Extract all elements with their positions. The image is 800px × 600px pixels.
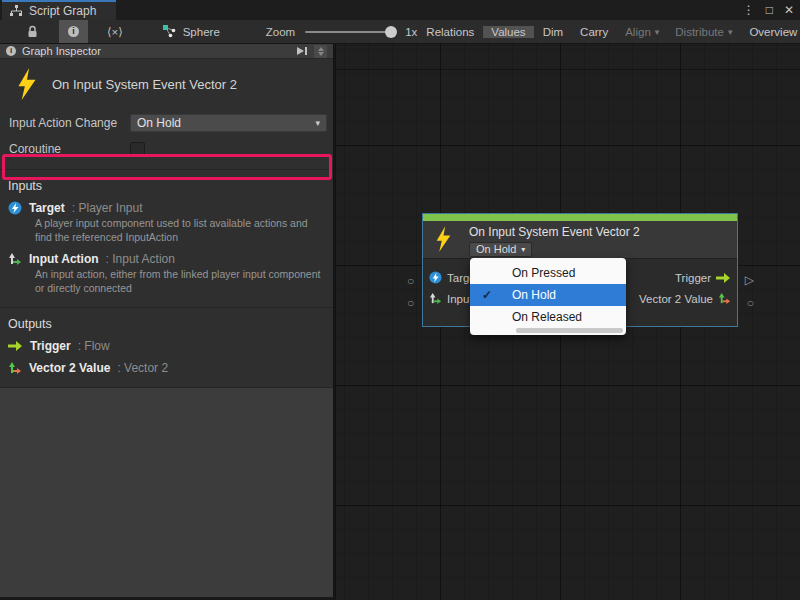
toolbar-button-align[interactable]: Align ▾ [617,26,667,38]
flow-arrow-icon [716,272,731,284]
port-connector-circle[interactable]: ○ [407,275,414,287]
panel-spinner-control[interactable] [314,45,327,58]
zoom-slider[interactable] [305,31,395,33]
port-connector-circle[interactable]: ○ [747,297,754,309]
chevron-down-icon: ▾ [728,27,733,37]
input-entry-input-action: Input Action : Input Action An input act… [0,250,333,301]
player-input-icon [8,201,22,215]
port-connector-triangle[interactable]: ▷ [745,274,754,286]
inspector-empty-area [0,387,333,597]
csharp-preview-button[interactable]: ⟨×⟩ [98,20,132,43]
inspector-node-title: On Input System Event Vector 2 [52,77,237,92]
zoom-slider-knob[interactable] [385,26,397,38]
input-entry-target: Target : Player Input A player input com… [0,199,333,250]
input-action-change-dropdown[interactable]: On Hold ▾ [130,114,327,132]
inspector-toggle-button[interactable]: i [59,20,88,43]
input-description: A player input component used to list av… [35,217,325,244]
coroutine-checkbox[interactable] [130,142,145,157]
output-entry-vector2: Vector 2 Value : Vector 2 [0,359,333,381]
input-action-change-label: Input Action Change [6,116,130,130]
lightning-bolt-icon [435,226,452,252]
input-description: An input action, either from the linked … [35,268,325,295]
window-controls: ⋮ □ ✕ [743,0,794,20]
vector2-icon [8,361,22,375]
menu-item-on-released[interactable]: On Released [470,306,626,328]
graph-toolbar: i ⟨×⟩ Sphere Zoom 1x Relations Values Di… [0,20,800,44]
menu-item-on-hold[interactable]: ✓ On Hold [470,284,626,306]
graph-inspector-panel: i Graph Inspector On Input System Event … [0,44,334,597]
toolbar-button-values[interactable]: Values [483,26,533,38]
lock-button[interactable] [18,20,47,43]
port-connector-circle[interactable]: ○ [407,297,414,309]
node-header: On Input System Event Vector 2 On Hold ▾ [423,221,737,258]
spinner-down-icon[interactable] [318,52,324,56]
coroutine-row: Coroutine [6,138,327,160]
vector2-icon [718,292,731,305]
graph-target-indicator[interactable]: Sphere [162,20,220,43]
input-action-change-row: Input Action Change On Hold ▾ [6,112,327,134]
check-icon: ✓ [482,284,492,306]
tab-script-graph[interactable]: Script Graph [2,0,116,20]
inspector-header-label: Graph Inspector [22,45,290,57]
tab-label: Script Graph [29,4,96,18]
graph-icon [10,5,23,17]
action-dropdown-menu: On Pressed ✓ On Hold On Released [470,258,626,335]
menu-item-on-pressed[interactable]: On Pressed [470,262,626,284]
chevron-down-icon: ▾ [521,245,525,254]
graph-canvas[interactable]: On Input System Event Vector 2 On Hold ▾… [335,44,800,600]
flow-arrow-icon [8,340,23,352]
zoom-label: Zoom [266,26,295,38]
toolbar-button-dim[interactable]: Dim [535,26,571,38]
input-action-icon [8,252,22,266]
maximize-icon[interactable]: □ [766,0,773,20]
title-bar: Script Graph ⋮ □ ✕ [0,0,800,20]
graph-target-label: Sphere [183,26,220,38]
info-icon: i [6,46,16,56]
node-title: On Input System Event Vector 2 [469,225,737,239]
toolbar-button-relations[interactable]: Relations [418,26,482,38]
toolbar-button-carry[interactable]: Carry [572,26,616,38]
inspector-header: i Graph Inspector [0,44,333,59]
dock-panel-icon[interactable] [296,46,308,56]
port-trigger[interactable]: Trigger [675,272,731,284]
output-entry-trigger: Trigger : Flow [0,337,333,359]
inspector-node-title-block: On Input System Event Vector 2 [0,59,333,109]
zoom-level: 1x [405,26,417,38]
node-accent-bar [423,214,737,221]
lightning-bolt-icon [16,68,38,100]
menu-scroll-hint [516,328,623,333]
input-action-icon [429,292,442,305]
toolbar-button-overview[interactable]: Overview [741,26,800,38]
outputs-section-header: Outputs [0,308,333,337]
info-icon: i [68,26,79,37]
coroutine-label: Coroutine [6,142,130,156]
script-graph-asset-icon [162,25,177,38]
toolbar-button-distribute[interactable]: Distribute ▾ [667,26,740,38]
inputs-section-header: Inputs [0,170,333,199]
port-vector2-value[interactable]: Vector 2 Value [639,292,731,305]
chevron-down-icon: ▾ [315,118,320,128]
chevron-down-icon: ▾ [655,27,660,37]
lock-icon [27,25,38,38]
player-input-icon [429,271,442,284]
close-icon[interactable]: ✕ [784,0,794,20]
spinner-up-icon[interactable] [318,47,324,51]
kebab-menu-icon[interactable]: ⋮ [743,0,755,20]
node-action-dropdown[interactable]: On Hold ▾ [469,242,532,257]
